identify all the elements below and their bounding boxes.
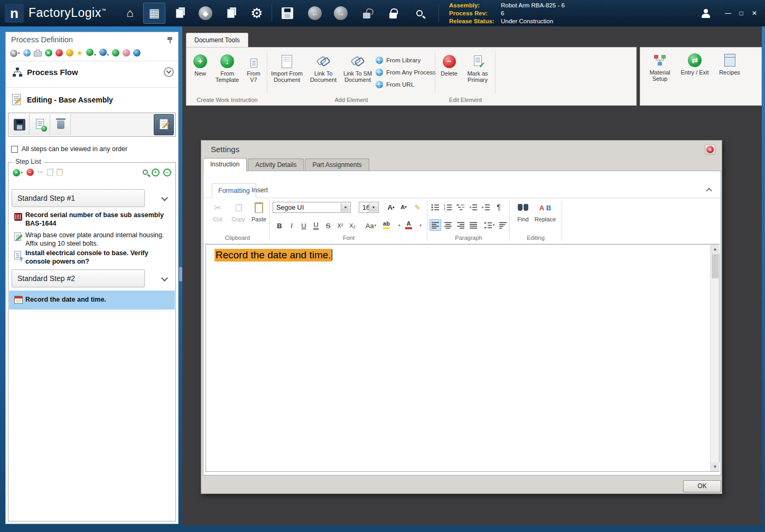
ok-button[interactable]: OK (683, 480, 721, 492)
italic-button[interactable]: I (286, 220, 297, 231)
delete-element-button[interactable]: − Delete (437, 54, 461, 77)
search-tree-button[interactable] (408, 3, 431, 24)
chevron-down-icon[interactable] (161, 275, 168, 282)
change-case-button[interactable]: Aa▾ (363, 220, 379, 231)
back-button[interactable]: ← (304, 3, 326, 24)
find-button[interactable]: Find (513, 201, 533, 222)
network-icon[interactable] (23, 49, 31, 57)
info-icon[interactable] (133, 49, 141, 57)
text-highlight-color-button[interactable]: ab (383, 220, 390, 229)
entry-exit-button[interactable]: ⇄ Entry / Exit (678, 53, 711, 76)
expand-all-button[interactable]: + (152, 169, 160, 176)
step-item-selected[interactable]: Record the date and time. (9, 291, 175, 310)
start-icon[interactable] (112, 49, 119, 57)
paste-button[interactable]: Paste (249, 201, 269, 222)
any-order-option[interactable]: All steps can be viewed in any order (11, 145, 127, 153)
close-button[interactable]: ✕ (749, 8, 760, 19)
copy-button[interactable]: Copy (228, 201, 248, 222)
material-setup-button[interactable]: Material Setup (645, 53, 675, 82)
bullet-list-button[interactable] (430, 201, 441, 213)
stop-icon[interactable] (123, 49, 130, 57)
mark-as-primary-button[interactable]: ✓ Mark as Primary (462, 54, 493, 83)
print-icon[interactable] (34, 51, 42, 57)
documents-button[interactable] (169, 3, 191, 24)
numbered-list-button[interactable]: 123 (442, 201, 454, 213)
from-any-process-button[interactable]: From Any Process (376, 69, 436, 76)
import-step-button[interactable]: ↑ (30, 114, 50, 135)
copy-pages-button[interactable] (220, 3, 242, 24)
superscript-button[interactable]: X² (334, 220, 346, 231)
step-group-header-2[interactable]: Standard Step #2 (12, 269, 145, 287)
unlock-button[interactable] (356, 3, 378, 24)
tab-part-assignments[interactable]: Part Assignments (305, 158, 369, 171)
delete-step-button[interactable] (51, 114, 71, 135)
globe-menu-button[interactable]: ▾ (86, 49, 96, 58)
step-item[interactable]: Wrap base cover plate around internal ho… (9, 231, 175, 248)
font-color-button[interactable]: A (405, 220, 412, 229)
save-step-button[interactable] (10, 114, 30, 135)
save-button[interactable] (276, 3, 298, 24)
new-button[interactable]: + New (189, 54, 212, 77)
link-to-document-button[interactable]: Link To Document (307, 54, 340, 83)
any-order-checkbox[interactable] (11, 146, 18, 153)
add-step-button[interactable]: +▾ (13, 168, 23, 176)
subscript-button[interactable]: X₂ (347, 220, 358, 231)
from-url-button[interactable]: From URL (376, 81, 414, 88)
tree-icon[interactable]: ✕ (45, 49, 52, 57)
maximize-button[interactable]: □ (736, 8, 747, 19)
tab-activity-details[interactable]: Activity Details (248, 158, 304, 171)
collapse-ribbon-button[interactable] (706, 188, 712, 193)
replace-button[interactable]: A B Replace (535, 201, 555, 222)
minimize-button[interactable]: — (723, 8, 733, 19)
paste-step-button[interactable] (57, 169, 63, 176)
step-item[interactable]: Record serial number of base sub assembl… (9, 211, 175, 229)
find-step-button[interactable] (143, 170, 148, 175)
align-right-button[interactable] (455, 219, 467, 231)
copy-step-button[interactable] (47, 169, 53, 176)
from-v7-button[interactable]: From V7 (242, 58, 265, 83)
from-template-button[interactable]: ↓ From Template (213, 54, 241, 83)
shrink-font-button[interactable]: A▾ (398, 201, 409, 213)
underline-button[interactable]: U (298, 220, 310, 231)
strikethrough-button[interactable]: S (322, 220, 334, 231)
home-button[interactable]: ⌂ (119, 3, 141, 24)
lock-button[interactable] (382, 3, 404, 24)
bold-button[interactable]: B (274, 220, 285, 231)
tab-insert[interactable]: Insert (246, 183, 274, 198)
instruction-text-editor[interactable]: Record the date and time. ▲ ▼ (206, 244, 720, 472)
grow-font-button[interactable]: A▴ (385, 201, 397, 213)
scrollbar-thumb[interactable] (712, 254, 719, 278)
editor-scrollbar[interactable]: ▲ ▼ (710, 245, 719, 471)
cut-button[interactable]: ✂ Cut (208, 201, 228, 222)
chevron-down-icon[interactable] (161, 194, 168, 201)
user-gold-icon[interactable] (66, 49, 73, 57)
document-tools-tab[interactable]: Document Tools (186, 33, 248, 48)
cut-step-button[interactable]: ✂ (38, 168, 44, 176)
scroll-up-button[interactable]: ▲ (711, 245, 720, 254)
collapse-all-button[interactable]: − (163, 169, 171, 176)
export-menu-button[interactable]: ▾ (99, 49, 109, 58)
settings-button[interactable]: ⚙ (246, 3, 268, 24)
align-center-button[interactable] (442, 219, 454, 231)
user-button[interactable] (696, 3, 715, 24)
chevron-down-icon[interactable]: ▾ (394, 220, 405, 231)
from-library-button[interactable]: From Library (376, 57, 421, 64)
remove-step-button[interactable]: − (26, 169, 34, 176)
import-from-document-button[interactable]: Import From Document (269, 54, 305, 83)
collapse-section-button[interactable] (164, 67, 174, 77)
star-icon[interactable]: ★ (77, 49, 83, 57)
font-family-select[interactable]: Segoe UI ▼ (273, 202, 351, 213)
multilevel-list-button[interactable] (455, 201, 467, 213)
format-painter-button[interactable]: ✎ (412, 201, 423, 213)
step-group-header-1[interactable]: Standard Step #1 (12, 189, 145, 207)
decrease-indent-button[interactable] (468, 201, 479, 213)
sort-button[interactable] (497, 219, 509, 231)
show-marks-button[interactable]: ¶ (493, 201, 505, 213)
chevron-down-icon[interactable]: ▾ (415, 220, 426, 231)
align-left-button[interactable] (430, 219, 441, 231)
process-flow-item[interactable]: Process Flow (6, 63, 178, 83)
scroll-down-button[interactable]: ▼ (711, 462, 720, 471)
pin-icon[interactable] (167, 36, 173, 44)
recipes-button[interactable]: Recipes (715, 53, 744, 76)
process-definition-button[interactable]: ▦ (143, 3, 165, 24)
